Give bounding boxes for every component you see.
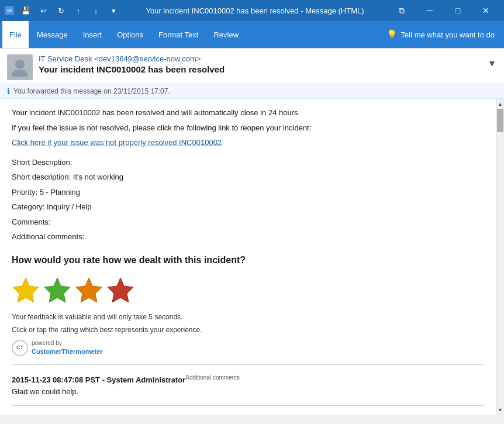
category-text: Category: Inquiry / Help (12, 201, 484, 213)
comment-datetime: 2015-11-23 08:47:08 PST - System Adminis… (12, 375, 185, 384)
reopen-link[interactable]: Click here if your issue was not properl… (12, 138, 222, 147)
powered-by-text: powered by CustomerThermometer (32, 340, 103, 357)
svg-point-0 (15, 60, 25, 69)
title-bar-left: ✉ 💾 ↩ ↻ ↑ ↓ ▾ (5, 2, 122, 19)
powered-by-small: powered by (32, 340, 103, 347)
sender-name[interactable]: IT Service Desk <dev13649@service-now.co… (39, 54, 487, 63)
sender-info: IT Service Desk <dev13649@service-now.co… (39, 54, 487, 74)
maximize-button[interactable]: □ (444, 0, 471, 21)
email-outer: IT Service Desk <dev13649@service-now.co… (0, 48, 504, 99)
more-button[interactable]: ▾ (105, 2, 122, 19)
app-icon: ✉ (5, 6, 14, 15)
email-header: IT Service Desk <dev13649@service-now.co… (0, 49, 504, 84)
tell-me-bar[interactable]: 💡 Tell me what you want to do (379, 29, 502, 40)
feedback-text-2: Click or tap the rating which best repre… (12, 325, 484, 335)
scroll-up-arrow[interactable]: ▲ (496, 99, 505, 109)
move-up-button[interactable]: ↑ (70, 2, 87, 19)
svg-marker-2 (44, 278, 70, 302)
snap-button[interactable]: ⧉ (388, 0, 415, 21)
divider-1 (12, 364, 484, 365)
ribbon: File Message Insert Options Format Text … (0, 21, 504, 48)
comment-header: 2015-11-23 08:47:08 PST - System Adminis… (12, 375, 240, 384)
collapse-button[interactable]: ▾ (487, 54, 497, 72)
ct-logo: CT (12, 340, 28, 356)
feedback-text-1: Your feedback is valuable and will only … (12, 312, 484, 322)
comment-block: 2015-11-23 08:47:08 PST - System Adminis… (12, 373, 484, 397)
tab-insert[interactable]: Insert (76, 21, 109, 48)
scroll-thumb[interactable] (497, 109, 503, 132)
scroll-track[interactable] (496, 109, 504, 405)
rating-section: How would you rate how we dealt with thi… (12, 253, 484, 357)
minimize-button[interactable]: ─ (416, 0, 443, 21)
ct-brand: CustomerThermometer (32, 347, 103, 357)
tab-message[interactable]: Message (30, 21, 75, 48)
comment-body: Glad we could help. (12, 386, 484, 398)
stars-row (12, 275, 484, 304)
star-1[interactable] (12, 275, 40, 304)
redo-button[interactable]: ↻ (53, 2, 69, 19)
email-subject: Your incident INC0010002 has been resolv… (39, 64, 487, 74)
body-para1: Your incident INC0010002 has been resolv… (12, 107, 484, 119)
window-controls: ⧉ ─ □ ✕ (388, 0, 499, 21)
star-3[interactable] (75, 275, 103, 304)
close-button[interactable]: ✕ (472, 0, 499, 21)
tab-format-text[interactable]: Format Text (151, 21, 205, 48)
svg-marker-4 (108, 278, 133, 302)
tab-review[interactable]: Review (206, 21, 246, 48)
powered-by: CT powered by CustomerThermometer (12, 340, 484, 357)
svg-marker-3 (76, 278, 102, 302)
undo-button[interactable]: ↩ (35, 2, 51, 19)
email-body: Your incident INC0010002 has been resolv… (0, 99, 496, 415)
move-down-button[interactable]: ↓ (88, 2, 104, 19)
quick-access-toolbar: 💾 ↩ ↻ ↑ ↓ ▾ (18, 2, 122, 19)
additional-comments-label: Additional comments: (12, 231, 484, 243)
rating-question: How would you rate how we dealt with thi… (12, 253, 484, 267)
title-bar: ✉ 💾 ↩ ↻ ↑ ↓ ▾ Your incident INC0010002 h… (0, 0, 504, 21)
scroll-down-arrow[interactable]: ▼ (496, 405, 505, 415)
tab-options[interactable]: Options (110, 21, 150, 48)
avatar-icon (12, 58, 28, 77)
comments-label: Comments: (12, 216, 484, 228)
window-title: Your incident INC0010002 has been resolv… (146, 6, 364, 15)
save-button[interactable]: 💾 (18, 2, 34, 19)
view-incident-row: Click here to view Incident: INC0010002 (12, 414, 484, 415)
star-4[interactable] (106, 275, 134, 304)
scrollbar[interactable]: ▲ ▼ (496, 99, 504, 415)
comment-superscript: Additional comments (185, 374, 240, 381)
divider-2 (12, 405, 484, 406)
short-desc-label: Short Description: (12, 157, 484, 168)
bulb-icon: 💡 (386, 29, 398, 40)
tab-file[interactable]: File (2, 21, 29, 48)
forward-notice: ℹ You forwarded this message on 23/11/20… (0, 84, 504, 99)
short-desc-value: Short description: It's not working (12, 171, 484, 183)
priority-text: Priority: 5 - Planning (12, 187, 484, 198)
forward-text: You forwarded this message on 23/11/2015… (13, 87, 170, 95)
star-2[interactable] (43, 275, 71, 304)
svg-marker-1 (13, 278, 39, 302)
avatar (7, 54, 33, 80)
body-para2: If you feel the issue is not resolved, p… (12, 122, 484, 134)
email-body-container: Your incident INC0010002 has been resolv… (0, 99, 504, 415)
tell-me-label: Tell me what you want to do (401, 30, 495, 39)
info-icon: ℹ (7, 87, 10, 96)
